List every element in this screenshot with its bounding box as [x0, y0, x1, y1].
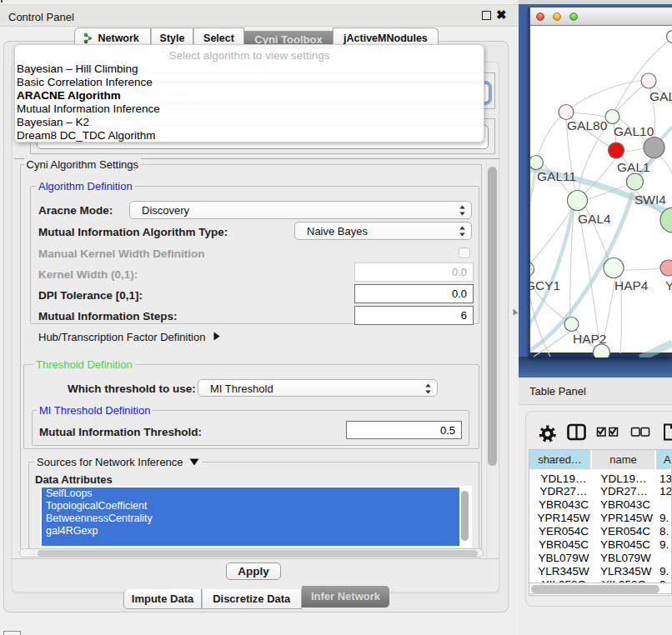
svg-text:GAL11: GAL11: [537, 169, 576, 183]
svg-text:GAL: GAL: [649, 89, 672, 103]
svg-text:SWI4: SWI4: [634, 192, 666, 207]
svg-text:GAL10: GAL10: [614, 124, 654, 138]
svg-text:GCY1: GCY1: [530, 278, 560, 292]
svg-text:GAL1: GAL1: [617, 160, 650, 174]
svg-text:HAP4: HAP4: [614, 278, 649, 292]
svg-text:HAP2: HAP2: [573, 332, 607, 346]
svg-text:GAL80: GAL80: [567, 118, 608, 132]
svg-text:GAL4: GAL4: [578, 212, 611, 226]
svg-text:Y: Y: [665, 278, 672, 292]
